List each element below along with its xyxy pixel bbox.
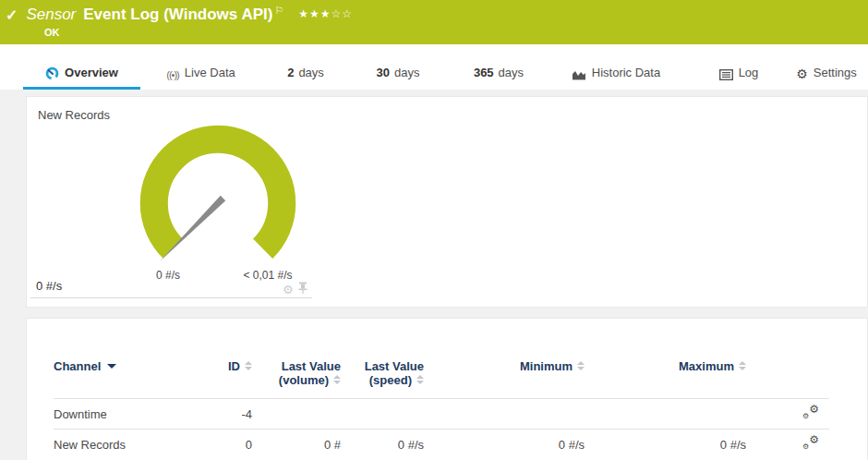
channel-last-value-volume [252,399,341,430]
gauge-min-label: 0 #/s [156,269,180,282]
channel-minimum [424,399,585,430]
tab-historic-data[interactable]: Historic Data [556,44,676,90]
channel-settings-gears-icon[interactable]: ⚙⚙ [802,406,819,419]
gauge-current-value: 0 #/s [36,279,62,293]
tab-365-days-label: days [499,66,524,79]
page-title: Event Log (Windows API) [83,6,272,24]
tab-overview-label: Overview [65,66,118,79]
log-list-icon [719,69,733,80]
sort-icon [416,375,424,384]
status-check-icon: ✓ [6,6,18,24]
channel-settings-gears-icon[interactable]: ⚙⚙ [802,436,819,450]
gauge-panel: New Records 0 #/s < 0,01 #/s 0 #/s ⚙ [26,96,868,308]
channel-id: -4 [226,399,252,430]
sort-icon [333,375,341,384]
channel-maximum: 0 #/s [585,430,746,460]
object-type-label: Sensor [26,6,76,24]
tab-2-days[interactable]: 2 days [277,44,334,90]
tab-log[interactable]: Log [706,44,771,90]
area-chart-icon [572,68,586,80]
table-row-new-records: New Records 0 0 # 0 #/s 0 #/s 0 #/s ⚙⚙ [54,430,829,460]
channel-last-value-volume: 0 # [252,430,341,460]
gauge-channel-title: New Records [38,108,110,122]
sensor-status-header: ✓ Sensor Event Log (Windows API) ⚐ ★★★☆☆… [0,0,868,44]
column-header-channel[interactable]: Channel [54,319,226,399]
channel-last-value-speed: 0 #/s [341,430,424,460]
column-header-minimum[interactable]: Minimum [424,319,585,399]
channel-name[interactable]: New Records [54,430,226,460]
column-header-id[interactable]: ID [226,319,252,399]
gear-icon: ⚙ [796,67,808,80]
widget-settings-gear-icon[interactable]: ⚙ [283,284,294,296]
gauge-max-label: < 0,01 #/s [243,269,292,282]
channel-table: Channel ID Last Value(volume) Last Value… [54,319,829,460]
live-data-icon: ((•)) [166,69,179,80]
tab-overview[interactable]: Overview [23,44,140,90]
tab-log-label: Log [739,66,759,79]
flag-icon[interactable]: ⚐ [274,5,283,17]
tab-bar: Overview ((•)) Live Data 2 days 30 days … [0,44,868,90]
table-row-downtime: Downtime -4 ⚙⚙ [54,399,829,430]
tab-settings-label: Settings [814,66,857,79]
table-header-row: Channel ID Last Value(volume) Last Value… [54,319,829,399]
tab-2-days-label: days [298,66,323,79]
channel-id: 0 [226,430,252,460]
column-header-actions [746,319,829,399]
channel-maximum [585,399,746,430]
channel-table-panel: Channel ID Last Value(volume) Last Value… [26,318,868,460]
tab-live-data[interactable]: ((•)) Live Data [157,44,245,90]
tab-365-days-number: 365 [474,66,494,79]
tab-30-days[interactable]: 30 days [365,44,431,90]
sort-icon [245,361,252,370]
channel-name[interactable]: Downtime [54,399,226,430]
gauge-widget-actions: ⚙ [283,281,307,297]
column-header-last-value-volume[interactable]: Last Value(volume) [252,319,341,399]
tab-settings[interactable]: ⚙ Settings [780,44,868,90]
tab-30-days-label: days [394,66,419,79]
sensor-title-row: ✓ Sensor Event Log (Windows API) ⚐ ★★★☆☆ [6,6,353,24]
tab-2-days-number: 2 [287,66,294,79]
column-header-last-value-speed[interactable]: Last Value(speed) [341,319,424,399]
tab-365-days[interactable]: 365 days [460,44,537,90]
sort-icon [577,361,585,370]
tab-30-days-number: 30 [377,66,390,79]
stars-empty: ☆☆ [332,7,354,20]
prtg-sensor-page: ✓ Sensor Event Log (Windows API) ⚐ ★★★☆☆… [0,0,868,460]
tab-historic-data-label: Historic Data [592,66,660,79]
stars-filled: ★★★ [298,7,331,20]
sort-desc-icon [107,364,116,369]
channel-minimum: 0 #/s [424,430,585,460]
status-badge: OK [44,27,60,38]
gauge-widget-divider [30,297,312,298]
widget-pin-icon[interactable] [298,281,307,297]
channel-last-value-speed [341,399,424,430]
gauge-chart [139,124,297,283]
gauge-icon [45,67,59,80]
priority-stars[interactable]: ★★★☆☆ [298,7,353,20]
column-header-maximum[interactable]: Maximum [585,319,746,399]
sort-icon [739,361,746,370]
tab-live-data-label: Live Data [185,66,235,79]
